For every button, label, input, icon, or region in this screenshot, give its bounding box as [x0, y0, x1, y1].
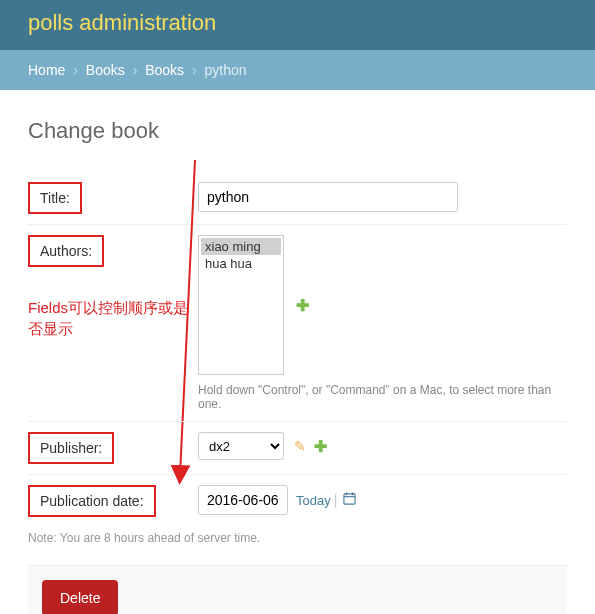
- site-title-link[interactable]: polls administration: [28, 10, 216, 35]
- svg-rect-3: [346, 492, 347, 495]
- annotation-text: Fields可以控制顺序或是否显示: [28, 297, 188, 339]
- delete-button[interactable]: Delete: [42, 580, 118, 614]
- breadcrumb-app[interactable]: Books: [86, 62, 125, 78]
- calendar-icon[interactable]: [343, 492, 356, 508]
- field-row-authors: Authors: Fields可以控制顺序或是否显示 xiao ming hua…: [28, 225, 567, 422]
- pencil-icon[interactable]: ✎: [294, 438, 306, 454]
- field-row-pubdate: Publication date: Today |: [28, 475, 567, 527]
- author-option[interactable]: xiao ming: [201, 238, 281, 255]
- authors-select[interactable]: xiao ming hua hua: [198, 235, 284, 375]
- breadcrumb-current: python: [205, 62, 247, 78]
- pipe-separator: |: [334, 492, 338, 508]
- breadcrumb-home[interactable]: Home: [28, 62, 65, 78]
- pubdate-input[interactable]: [198, 485, 288, 515]
- breadcrumb: Home › Books › Books › python: [0, 50, 595, 90]
- label-pubdate: Publication date:: [28, 485, 156, 517]
- timezone-note: Note: You are 8 hours ahead of server ti…: [28, 531, 567, 545]
- author-option[interactable]: hua hua: [201, 255, 281, 272]
- today-link[interactable]: Today: [296, 493, 331, 508]
- submit-row: Delete: [28, 565, 567, 614]
- chevron-right-icon: ›: [192, 62, 197, 78]
- label-authors: Authors:: [28, 235, 104, 267]
- label-publisher: Publisher:: [28, 432, 114, 464]
- field-row-publisher: Publisher: dx2 ✎ ✚: [28, 422, 567, 475]
- plus-icon[interactable]: ✚: [296, 296, 309, 315]
- chevron-right-icon: ›: [73, 62, 78, 78]
- admin-header: polls administration: [0, 0, 595, 50]
- publisher-select[interactable]: dx2: [198, 432, 284, 460]
- svg-rect-1: [344, 494, 355, 504]
- plus-icon[interactable]: ✚: [314, 437, 327, 456]
- svg-rect-4: [352, 492, 353, 495]
- chevron-right-icon: ›: [133, 62, 138, 78]
- label-title: Title:: [28, 182, 82, 214]
- title-input[interactable]: [198, 182, 458, 212]
- field-row-title: Title:: [28, 172, 567, 225]
- page-title: Change book: [28, 118, 567, 144]
- authors-help: Hold down "Control", or "Command" on a M…: [198, 383, 567, 411]
- breadcrumb-model[interactable]: Books: [145, 62, 184, 78]
